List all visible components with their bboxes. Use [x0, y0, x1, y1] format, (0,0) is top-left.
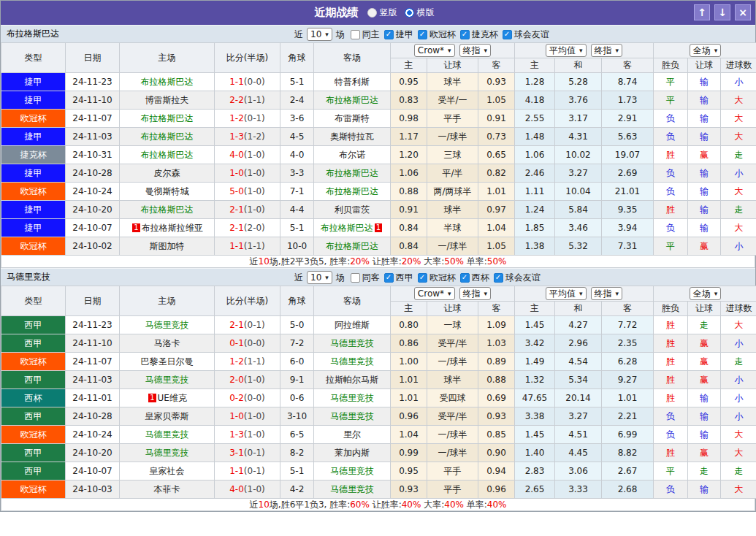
fulltime-score: 1-1 [229, 241, 244, 251]
away-team-name[interactable]: 马德里竞技 [330, 466, 374, 476]
move-down-button[interactable]: ↓ [714, 4, 730, 20]
home-team-name[interactable]: 曼彻斯特城 [145, 186, 189, 196]
fulltime-score: 1-1 [229, 466, 244, 476]
home-team-name[interactable]: UE维克 [158, 393, 187, 403]
home-team-name[interactable]: 马德里竞技 [145, 429, 189, 440]
away-team-name[interactable]: 利贝雷茨 [335, 204, 370, 215]
period-select[interactable]: 全场▾ [690, 287, 722, 300]
corner-count: 3-3 [280, 164, 314, 183]
handicap-home-odds: 0.95 [391, 462, 427, 481]
summary-text: 近10场,胜6平1负3, 胜率:60% 让胜率:40% 大率:40% 单率:40… [1, 499, 755, 511]
home-team-name[interactable]: 布拉格斯巴达 [141, 113, 194, 123]
away-team-name[interactable]: 马德里竞技 [330, 356, 374, 367]
league-filter-checkbox[interactable] [503, 30, 512, 39]
away-team-cell: 布雷斯特 [314, 110, 391, 128]
bookmaker-select[interactable]: Crow*▾ [414, 287, 455, 300]
period-select[interactable]: 全场▾ [690, 44, 722, 57]
league-filter-checkbox[interactable] [418, 30, 427, 39]
same-venue-checkbox[interactable] [351, 273, 360, 283]
match-date: 24-10-20 [66, 444, 120, 462]
home-team-name[interactable]: 斯图加特 [150, 241, 185, 251]
halftime-score: (0-1) [244, 320, 265, 330]
home-team-name[interactable]: 皇家社会 [150, 466, 185, 476]
away-team-name[interactable]: 布拉格斯巴达 [326, 186, 378, 196]
bookmaker-select[interactable]: Crow*▾ [414, 44, 455, 57]
home-team-name[interactable]: 马德里竞技 [145, 320, 189, 330]
chevron-down-icon: ▾ [325, 31, 329, 38]
league-filter-checkbox[interactable] [384, 273, 394, 283]
home-team-name[interactable]: 布拉格斯巴达 [141, 77, 194, 87]
away-team-name[interactable]: 马德里竞技 [330, 393, 374, 403]
same-venue-checkbox[interactable] [351, 30, 360, 39]
away-team-name[interactable]: 布雷斯特 [335, 113, 370, 123]
away-team-name[interactable]: 里尔 [343, 429, 361, 440]
away-team-name[interactable]: 阿拉维斯 [335, 320, 370, 330]
euro-odds-source-select[interactable]: 平均值▾ [546, 287, 587, 300]
layout-radio-selected[interactable]: 横版 [405, 7, 435, 19]
score-cell: 1-1(1-1) [215, 237, 280, 256]
home-team-name[interactable]: 布拉格斯巴达 [141, 150, 194, 160]
euro-away-odds: 1.73 [602, 91, 654, 110]
away-team-name[interactable]: 布拉格斯巴达 [326, 241, 378, 251]
euro-home-odds: 1.48 [515, 128, 555, 146]
away-team-name[interactable]: 布拉格斯巴达 [326, 168, 378, 178]
euro-odds-type-select[interactable]: 终指▾ [591, 44, 623, 57]
handicap-odds-type-select[interactable]: 终指▾ [459, 287, 492, 300]
euro-away-odds: 2.35 [602, 334, 654, 353]
column-header: 客场 [314, 286, 391, 316]
corner-count: 5-1 [280, 462, 314, 481]
home-team-cell: 皇家贝蒂斯 [120, 407, 215, 426]
league-badge: 欧冠杯 [1, 183, 66, 201]
chevron-down-icon: ▾ [714, 47, 718, 54]
home-team-name[interactable]: 巴黎圣日尔曼 [141, 356, 194, 367]
league-filter-checkbox[interactable] [460, 30, 470, 39]
away-team-name[interactable]: 布拉格斯巴达 [321, 223, 373, 233]
home-team-name[interactable]: 马洛卡 [154, 338, 180, 348]
euro-home-odds: 2.55 [515, 110, 555, 128]
home-team-name[interactable]: 布拉格斯巴达 [141, 131, 194, 142]
result-goals: 大 [721, 219, 756, 237]
euro-odds-source-select[interactable]: 平均值▾ [546, 44, 587, 57]
away-team-name[interactable]: 布尔诺 [339, 150, 365, 160]
away-team-name[interactable]: 奥斯特拉瓦 [330, 131, 374, 142]
home-team-name[interactable]: 布拉格斯巴达 [141, 204, 194, 215]
away-team-name[interactable]: 马德里竞技 [330, 484, 374, 494]
home-team-name[interactable]: 博雷斯拉夫 [145, 95, 189, 105]
match-row: 欧冠杯24-10-03本菲卡4-0(1-0)4-2马德里竞技0.93平手0.96… [1, 481, 756, 499]
league-filter-checkbox[interactable] [494, 273, 503, 283]
euro-home-odds: 1.38 [515, 237, 555, 256]
away-team-name[interactable]: 布拉格斯巴达 [326, 95, 378, 105]
match-count-select[interactable]: 10▾ [307, 271, 332, 284]
euro-odds-type-select[interactable]: 终指▾ [591, 287, 623, 300]
home-team-cell: 1布拉格斯拉维亚 [120, 219, 215, 237]
away-team-name[interactable]: 马德里竞技 [330, 338, 374, 348]
home-team-name[interactable]: 马德里竞技 [145, 375, 189, 385]
home-team-name[interactable]: 本菲卡 [154, 484, 180, 494]
match-row: 捷克杯24-10-31布拉格斯巴达4-0(1-0)4-0布尔诺1.20三球0.6… [1, 146, 756, 164]
close-button[interactable]: × [735, 4, 751, 20]
euro-draw-odds: 4.54 [555, 353, 602, 371]
away-team-name[interactable]: 马德里竞技 [330, 411, 374, 421]
match-count-select[interactable]: 10▾ [307, 28, 332, 41]
handicap-odds-type-select[interactable]: 终指▾ [459, 44, 492, 57]
result-goals: 走 [721, 201, 756, 219]
league-filter-checkbox[interactable] [460, 273, 470, 283]
match-row: 欧冠杯24-10-24曼彻斯特城5-0(1-0)7-1布拉格斯巴达0.88两/两… [1, 183, 756, 201]
chevron-down-icon: ▾ [714, 290, 718, 297]
away-team-name[interactable]: 特普利斯 [335, 77, 370, 87]
halftime-score: (1-2) [244, 131, 265, 142]
home-team-name[interactable]: 马德里竞技 [145, 448, 189, 458]
summary-segment: 大率: [421, 499, 444, 510]
away-team-name[interactable]: 莱加内斯 [335, 448, 370, 458]
section-header: 马德里竞技近10▾场同客西甲欧冠杯西杯球会友谊 [1, 268, 755, 286]
move-up-button[interactable]: ↑ [694, 4, 710, 20]
home-team-name[interactable]: 皮尔森 [154, 168, 180, 178]
league-filter-checkbox[interactable] [384, 30, 394, 39]
result-goals: 大 [721, 183, 756, 201]
result-outcome: 胜 [654, 444, 688, 462]
away-team-name[interactable]: 拉斯帕尔马斯 [326, 375, 378, 385]
league-filter-checkbox[interactable] [418, 273, 427, 283]
home-team-name[interactable]: 布拉格斯拉维亚 [142, 223, 203, 233]
home-team-name[interactable]: 皇家贝蒂斯 [145, 411, 189, 421]
layout-radio-option[interactable]: 竖版 [367, 7, 397, 19]
